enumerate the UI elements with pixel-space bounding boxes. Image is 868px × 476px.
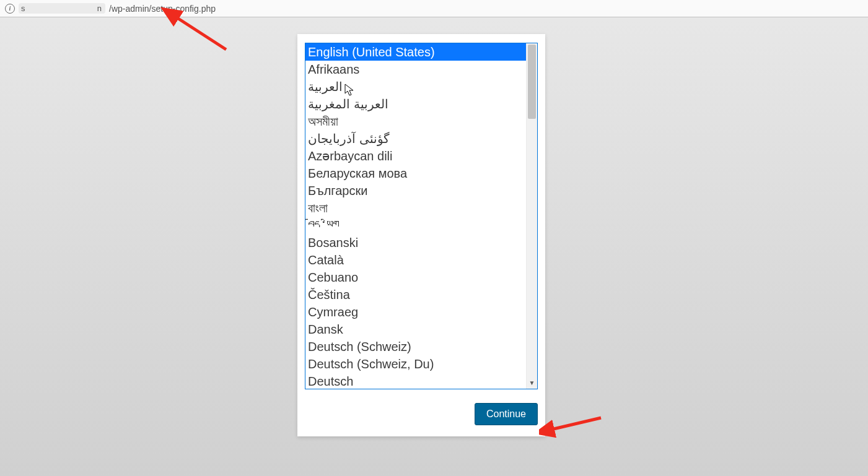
language-option[interactable]: Беларуская мова — [305, 165, 526, 182]
language-list[interactable]: English (United States)Afrikaansالعربيةا… — [305, 43, 526, 389]
scroll-down-icon[interactable]: ▼ — [527, 378, 537, 387]
language-select-box[interactable]: English (United States)Afrikaansالعربيةا… — [305, 43, 538, 389]
scrollbar-track[interactable]: ▼ — [526, 43, 537, 389]
annotation-arrow-continue — [539, 409, 613, 439]
language-option[interactable]: བོད་ཡིག — [305, 217, 526, 234]
button-row: Continue — [305, 403, 538, 425]
language-option[interactable]: বাংলা — [305, 199, 526, 217]
address-bar: i /wp-admin/setup-config.php — [0, 0, 868, 17]
svg-line-0 — [173, 15, 226, 50]
url-domain-hidden — [19, 3, 105, 14]
svg-line-1 — [548, 418, 601, 430]
language-option[interactable]: Azərbaycan dili — [305, 147, 526, 165]
language-option[interactable]: Afrikaans — [305, 61, 526, 78]
language-option[interactable]: Bosanski — [305, 234, 526, 251]
language-option[interactable]: English (United States) — [305, 43, 526, 61]
language-option[interactable]: Deutsch — [305, 373, 526, 389]
language-option[interactable]: Deutsch (Schweiz, Du) — [305, 355, 526, 373]
info-icon[interactable]: i — [5, 4, 15, 14]
language-option[interactable]: العربية — [305, 78, 526, 95]
language-option[interactable]: العربية المغربية — [305, 95, 526, 113]
language-option[interactable]: অসমীয়া — [305, 113, 526, 130]
language-option[interactable]: گؤنئی آذربایجان — [305, 130, 526, 147]
scrollbar-thumb[interactable] — [528, 45, 536, 119]
language-option[interactable]: Čeština — [305, 286, 526, 303]
language-option[interactable]: Български — [305, 182, 526, 199]
setup-panel: English (United States)Afrikaansالعربيةا… — [297, 34, 545, 436]
language-option[interactable]: Cebuano — [305, 269, 526, 286]
language-option[interactable]: Deutsch (Schweiz) — [305, 338, 526, 355]
language-option[interactable]: Català — [305, 251, 526, 269]
language-option[interactable]: Cymraeg — [305, 303, 526, 321]
language-option[interactable]: Dansk — [305, 321, 526, 338]
url-path: /wp-admin/setup-config.php — [109, 4, 216, 14]
continue-button[interactable]: Continue — [475, 403, 538, 425]
